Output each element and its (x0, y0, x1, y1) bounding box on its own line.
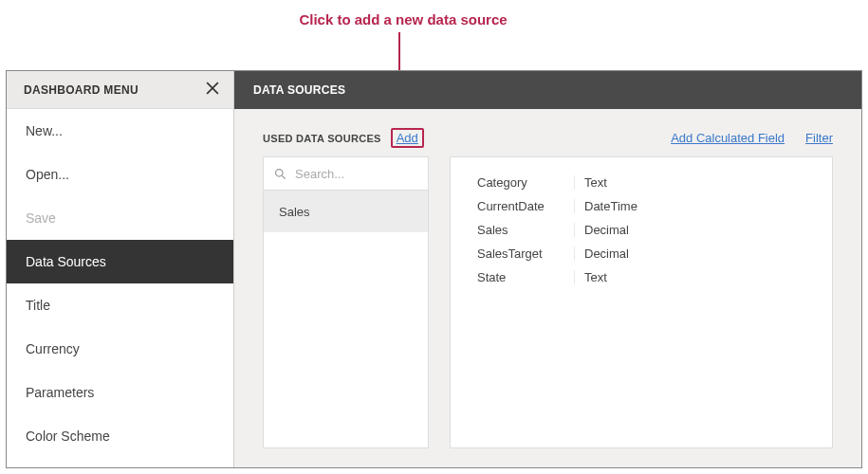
svg-point-2 (276, 169, 284, 176)
sidebar-header: DASHBOARD MENU (7, 71, 233, 109)
menu-item-new[interactable]: New... (7, 109, 233, 153)
sources-list: Sales (263, 191, 429, 448)
menu-item-data-sources[interactable]: Data Sources (7, 240, 233, 283)
menu-item-color-scheme[interactable]: Color Scheme (7, 414, 233, 458)
content-title: DATA SOURCES (253, 83, 345, 97)
field-row[interactable]: Category Text (451, 171, 832, 194)
menu-item-open[interactable]: Open... (7, 153, 233, 196)
add-calculated-field-link[interactable]: Add Calculated Field (671, 131, 785, 145)
content-body: USED DATA SOURCES Add Add Calculated Fie… (234, 109, 861, 467)
search-input[interactable] (295, 167, 454, 181)
field-row[interactable]: State Text (451, 265, 832, 289)
svg-line-3 (282, 175, 285, 178)
sources-panel: Sales (263, 156, 429, 448)
field-type: Decimal (574, 223, 832, 237)
toolbar-right: Add Calculated Field Filter (671, 131, 833, 145)
field-type: Decimal (574, 246, 832, 261)
sidebar-title: DASHBOARD MENU (24, 83, 139, 97)
close-icon[interactable] (203, 79, 222, 101)
field-name: CurrentDate (451, 199, 574, 213)
menu-item-parameters[interactable]: Parameters (7, 371, 233, 414)
sidebar-menu: New... Open... Save Data Sources Title C… (7, 109, 233, 458)
menu-item-currency[interactable]: Currency (7, 327, 233, 371)
field-row[interactable]: Sales Decimal (451, 218, 832, 242)
toolbar: USED DATA SOURCES Add Add Calculated Fie… (263, 128, 833, 148)
field-row[interactable]: CurrentDate DateTime (451, 194, 832, 218)
field-row[interactable]: SalesTarget Decimal (451, 242, 832, 265)
field-name: Category (451, 175, 574, 190)
source-item[interactable]: Sales (264, 191, 428, 232)
annotation-callout: Click to add a new data source (261, 11, 545, 27)
field-name: SalesTarget (451, 246, 574, 261)
search-icon (273, 167, 287, 181)
add-data-source-link[interactable]: Add (391, 128, 424, 148)
sidebar: DASHBOARD MENU New... Open... Save Data … (7, 71, 234, 467)
field-type: Text (574, 270, 832, 284)
field-type: Text (574, 175, 832, 190)
menu-item-title[interactable]: Title (7, 283, 233, 327)
field-name: State (451, 270, 574, 284)
toolbar-label: USED DATA SOURCES (263, 133, 381, 144)
content-header: DATA SOURCES (234, 71, 861, 109)
content-area: DATA SOURCES USED DATA SOURCES Add Add C… (234, 71, 861, 467)
menu-item-save: Save (7, 196, 233, 240)
field-type: DateTime (574, 199, 832, 213)
app-window: DASHBOARD MENU New... Open... Save Data … (6, 70, 862, 468)
fields-panel: Category Text CurrentDate DateTime Sales… (450, 156, 833, 448)
field-name: Sales (451, 223, 574, 237)
search-box (263, 156, 429, 191)
filter-link[interactable]: Filter (805, 131, 833, 145)
